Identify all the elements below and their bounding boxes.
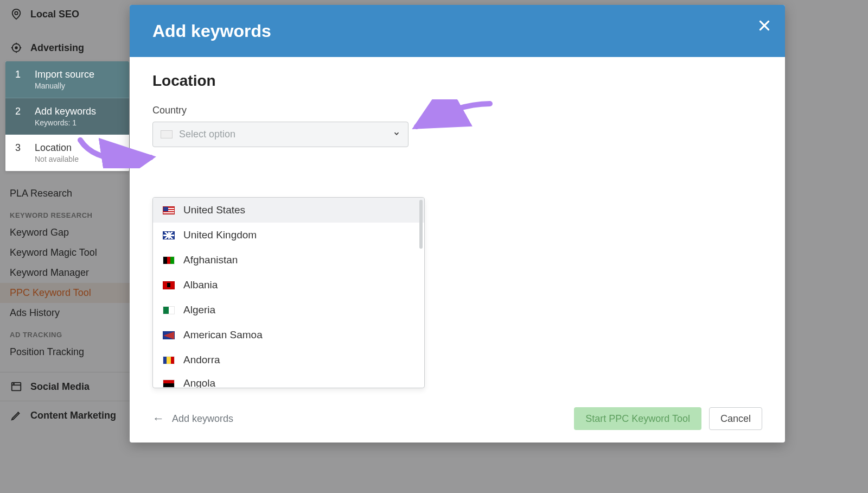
- country-dropdown: United States United Kingdom Afghanistan…: [152, 197, 425, 388]
- modal-header: Add keywords: [130, 5, 785, 57]
- step-number: 2: [15, 106, 24, 127]
- start-ppc-button[interactable]: Start PPC Keyword Tool: [574, 407, 701, 430]
- step-subtitle: Keywords: 1: [35, 118, 96, 127]
- dropdown-option-label: Andorra: [183, 354, 220, 366]
- dropdown-scrollbar[interactable]: [419, 200, 423, 385]
- flag-af-icon: [163, 256, 175, 264]
- step-title: Import source: [35, 69, 94, 80]
- country-select[interactable]: Select option: [152, 122, 409, 147]
- modal-footer: ← Add keywords Start PPC Keyword Tool Ca…: [130, 395, 785, 443]
- wizard-steps: 1 Import source Manually 2 Add keywords …: [5, 61, 129, 171]
- flag-ad-icon: [163, 356, 175, 364]
- start-button-label: Start PPC Keyword Tool: [585, 413, 690, 425]
- step-subtitle: Not available: [35, 155, 79, 163]
- select-placeholder: Select option: [179, 129, 400, 140]
- cancel-button[interactable]: Cancel: [709, 407, 762, 430]
- cancel-button-label: Cancel: [720, 413, 751, 425]
- dropdown-option-dz[interactable]: Algeria: [153, 298, 424, 323]
- flag-al-icon: [163, 281, 175, 289]
- flag-dz-icon: [163, 306, 175, 314]
- close-button[interactable]: [756, 17, 773, 34]
- country-label: Country: [152, 105, 762, 116]
- dropdown-option-label: Algeria: [183, 304, 215, 316]
- step-title: Location: [35, 142, 79, 154]
- back-button[interactable]: ← Add keywords: [152, 412, 233, 426]
- wizard-step-2[interactable]: 2 Add keywords Keywords: 1: [5, 98, 129, 135]
- step-subtitle: Manually: [35, 81, 94, 90]
- modal-title: Add keywords: [152, 21, 271, 41]
- dropdown-option-label: American Samoa: [183, 329, 263, 341]
- dropdown-option-label: United States: [183, 204, 245, 216]
- wizard-step-1[interactable]: 1 Import source Manually: [5, 61, 129, 98]
- modal-body: Location Country Select option United St…: [130, 57, 785, 395]
- scrollbar-thumb[interactable]: [419, 200, 423, 249]
- dropdown-option-label: Angola: [183, 377, 215, 388]
- dropdown-option-us[interactable]: United States: [153, 198, 424, 223]
- dropdown-option-ad[interactable]: Andorra: [153, 347, 424, 372]
- back-button-label: Add keywords: [172, 413, 233, 425]
- dropdown-option-label: Afghanistan: [183, 254, 238, 266]
- dropdown-option-gb[interactable]: United Kingdom: [153, 223, 424, 248]
- dropdown-option-af[interactable]: Afghanistan: [153, 248, 424, 273]
- section-title: Location: [152, 72, 762, 90]
- chevron-down-icon: [393, 130, 400, 140]
- dropdown-option-ao[interactable]: Angola: [153, 372, 424, 388]
- flag-as-icon: [163, 331, 175, 339]
- dropdown-option-label: Albania: [183, 279, 218, 291]
- dropdown-option-as[interactable]: American Samoa: [153, 323, 424, 347]
- step-number: 1: [15, 69, 24, 90]
- arrow-left-icon: ←: [152, 412, 164, 426]
- wizard-step-3[interactable]: 3 Location Not available: [5, 135, 129, 171]
- flag-us-icon: [163, 206, 175, 214]
- flag-gb-icon: [163, 231, 175, 239]
- flag-placeholder-icon: [161, 130, 173, 138]
- dropdown-option-label: United Kingdom: [183, 229, 257, 241]
- step-title: Add keywords: [35, 106, 96, 117]
- flag-ao-icon: [163, 380, 175, 388]
- add-keywords-modal: Add keywords Location Country Select opt…: [130, 5, 785, 443]
- dropdown-option-al[interactable]: Albania: [153, 273, 424, 298]
- step-number: 3: [15, 142, 24, 163]
